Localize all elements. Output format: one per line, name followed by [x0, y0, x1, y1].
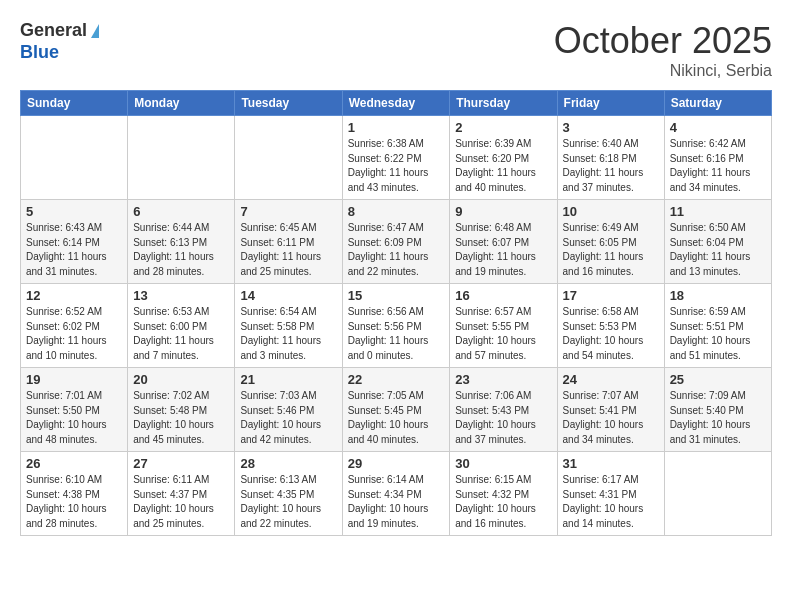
calendar-cell: 20Sunrise: 7:02 AM Sunset: 5:48 PM Dayli…: [128, 368, 235, 452]
calendar-cell: 30Sunrise: 6:15 AM Sunset: 4:32 PM Dayli…: [450, 452, 557, 536]
day-info: Sunrise: 6:59 AM Sunset: 5:51 PM Dayligh…: [670, 305, 766, 363]
day-number: 3: [563, 120, 659, 135]
calendar-cell: 14Sunrise: 6:54 AM Sunset: 5:58 PM Dayli…: [235, 284, 342, 368]
day-number: 23: [455, 372, 551, 387]
day-info: Sunrise: 6:47 AM Sunset: 6:09 PM Dayligh…: [348, 221, 445, 279]
day-number: 1: [348, 120, 445, 135]
calendar-cell: 7Sunrise: 6:45 AM Sunset: 6:11 PM Daylig…: [235, 200, 342, 284]
day-number: 29: [348, 456, 445, 471]
day-info: Sunrise: 6:58 AM Sunset: 5:53 PM Dayligh…: [563, 305, 659, 363]
day-number: 30: [455, 456, 551, 471]
day-info: Sunrise: 6:49 AM Sunset: 6:05 PM Dayligh…: [563, 221, 659, 279]
calendar-cell: 5Sunrise: 6:43 AM Sunset: 6:14 PM Daylig…: [21, 200, 128, 284]
day-info: Sunrise: 7:07 AM Sunset: 5:41 PM Dayligh…: [563, 389, 659, 447]
day-of-week-header: Tuesday: [235, 91, 342, 116]
day-info: Sunrise: 7:05 AM Sunset: 5:45 PM Dayligh…: [348, 389, 445, 447]
day-number: 10: [563, 204, 659, 219]
day-number: 20: [133, 372, 229, 387]
day-info: Sunrise: 6:48 AM Sunset: 6:07 PM Dayligh…: [455, 221, 551, 279]
day-number: 28: [240, 456, 336, 471]
calendar-cell: 16Sunrise: 6:57 AM Sunset: 5:55 PM Dayli…: [450, 284, 557, 368]
day-of-week-header: Wednesday: [342, 91, 450, 116]
calendar-cell: 6Sunrise: 6:44 AM Sunset: 6:13 PM Daylig…: [128, 200, 235, 284]
day-info: Sunrise: 7:02 AM Sunset: 5:48 PM Dayligh…: [133, 389, 229, 447]
day-info: Sunrise: 6:17 AM Sunset: 4:31 PM Dayligh…: [563, 473, 659, 531]
day-info: Sunrise: 6:39 AM Sunset: 6:20 PM Dayligh…: [455, 137, 551, 195]
day-info: Sunrise: 6:15 AM Sunset: 4:32 PM Dayligh…: [455, 473, 551, 531]
day-number: 7: [240, 204, 336, 219]
calendar-cell: 12Sunrise: 6:52 AM Sunset: 6:02 PM Dayli…: [21, 284, 128, 368]
day-info: Sunrise: 7:06 AM Sunset: 5:43 PM Dayligh…: [455, 389, 551, 447]
day-number: 5: [26, 204, 122, 219]
calendar-cell: 24Sunrise: 7:07 AM Sunset: 5:41 PM Dayli…: [557, 368, 664, 452]
day-number: 4: [670, 120, 766, 135]
day-number: 17: [563, 288, 659, 303]
logo-icon: [91, 24, 99, 38]
day-number: 12: [26, 288, 122, 303]
calendar-cell: 10Sunrise: 6:49 AM Sunset: 6:05 PM Dayli…: [557, 200, 664, 284]
day-number: 21: [240, 372, 336, 387]
day-info: Sunrise: 7:03 AM Sunset: 5:46 PM Dayligh…: [240, 389, 336, 447]
month-title: October 2025: [554, 20, 772, 62]
day-number: 13: [133, 288, 229, 303]
day-of-week-header: Saturday: [664, 91, 771, 116]
calendar-cell: 8Sunrise: 6:47 AM Sunset: 6:09 PM Daylig…: [342, 200, 450, 284]
day-number: 8: [348, 204, 445, 219]
day-info: Sunrise: 6:38 AM Sunset: 6:22 PM Dayligh…: [348, 137, 445, 195]
calendar-cell: 26Sunrise: 6:10 AM Sunset: 4:38 PM Dayli…: [21, 452, 128, 536]
day-of-week-header: Monday: [128, 91, 235, 116]
day-info: Sunrise: 6:14 AM Sunset: 4:34 PM Dayligh…: [348, 473, 445, 531]
day-number: 11: [670, 204, 766, 219]
calendar-cell: 22Sunrise: 7:05 AM Sunset: 5:45 PM Dayli…: [342, 368, 450, 452]
day-number: 25: [670, 372, 766, 387]
day-number: 2: [455, 120, 551, 135]
calendar-cell: 4Sunrise: 6:42 AM Sunset: 6:16 PM Daylig…: [664, 116, 771, 200]
calendar-cell: 1Sunrise: 6:38 AM Sunset: 6:22 PM Daylig…: [342, 116, 450, 200]
day-info: Sunrise: 6:53 AM Sunset: 6:00 PM Dayligh…: [133, 305, 229, 363]
day-number: 6: [133, 204, 229, 219]
day-info: Sunrise: 6:44 AM Sunset: 6:13 PM Dayligh…: [133, 221, 229, 279]
calendar-cell: [235, 116, 342, 200]
page-header: General Blue October 2025 Nikinci, Serbi…: [20, 20, 772, 80]
calendar-cell: 11Sunrise: 6:50 AM Sunset: 6:04 PM Dayli…: [664, 200, 771, 284]
logo-blue-text: Blue: [20, 42, 99, 64]
calendar-cell: 21Sunrise: 7:03 AM Sunset: 5:46 PM Dayli…: [235, 368, 342, 452]
day-info: Sunrise: 6:42 AM Sunset: 6:16 PM Dayligh…: [670, 137, 766, 195]
day-number: 19: [26, 372, 122, 387]
day-number: 26: [26, 456, 122, 471]
calendar-cell: 15Sunrise: 6:56 AM Sunset: 5:56 PM Dayli…: [342, 284, 450, 368]
calendar-cell: 29Sunrise: 6:14 AM Sunset: 4:34 PM Dayli…: [342, 452, 450, 536]
day-info: Sunrise: 6:54 AM Sunset: 5:58 PM Dayligh…: [240, 305, 336, 363]
day-info: Sunrise: 6:43 AM Sunset: 6:14 PM Dayligh…: [26, 221, 122, 279]
calendar-cell: 28Sunrise: 6:13 AM Sunset: 4:35 PM Dayli…: [235, 452, 342, 536]
day-info: Sunrise: 6:56 AM Sunset: 5:56 PM Dayligh…: [348, 305, 445, 363]
day-info: Sunrise: 7:09 AM Sunset: 5:40 PM Dayligh…: [670, 389, 766, 447]
day-number: 18: [670, 288, 766, 303]
day-info: Sunrise: 7:01 AM Sunset: 5:50 PM Dayligh…: [26, 389, 122, 447]
calendar-cell: 13Sunrise: 6:53 AM Sunset: 6:00 PM Dayli…: [128, 284, 235, 368]
calendar-cell: [664, 452, 771, 536]
day-info: Sunrise: 6:50 AM Sunset: 6:04 PM Dayligh…: [670, 221, 766, 279]
day-info: Sunrise: 6:10 AM Sunset: 4:38 PM Dayligh…: [26, 473, 122, 531]
day-info: Sunrise: 6:40 AM Sunset: 6:18 PM Dayligh…: [563, 137, 659, 195]
day-of-week-header: Sunday: [21, 91, 128, 116]
calendar-cell: 3Sunrise: 6:40 AM Sunset: 6:18 PM Daylig…: [557, 116, 664, 200]
calendar-cell: 31Sunrise: 6:17 AM Sunset: 4:31 PM Dayli…: [557, 452, 664, 536]
calendar-cell: 18Sunrise: 6:59 AM Sunset: 5:51 PM Dayli…: [664, 284, 771, 368]
title-block: October 2025 Nikinci, Serbia: [554, 20, 772, 80]
day-number: 15: [348, 288, 445, 303]
calendar-cell: [128, 116, 235, 200]
day-info: Sunrise: 6:11 AM Sunset: 4:37 PM Dayligh…: [133, 473, 229, 531]
calendar-cell: 23Sunrise: 7:06 AM Sunset: 5:43 PM Dayli…: [450, 368, 557, 452]
calendar-cell: 9Sunrise: 6:48 AM Sunset: 6:07 PM Daylig…: [450, 200, 557, 284]
day-info: Sunrise: 6:13 AM Sunset: 4:35 PM Dayligh…: [240, 473, 336, 531]
calendar-cell: 25Sunrise: 7:09 AM Sunset: 5:40 PM Dayli…: [664, 368, 771, 452]
calendar-cell: [21, 116, 128, 200]
day-info: Sunrise: 6:57 AM Sunset: 5:55 PM Dayligh…: [455, 305, 551, 363]
calendar-cell: 17Sunrise: 6:58 AM Sunset: 5:53 PM Dayli…: [557, 284, 664, 368]
logo: General Blue: [20, 20, 99, 63]
day-number: 9: [455, 204, 551, 219]
logo-general-text: General: [20, 20, 87, 42]
day-number: 24: [563, 372, 659, 387]
location: Nikinci, Serbia: [554, 62, 772, 80]
